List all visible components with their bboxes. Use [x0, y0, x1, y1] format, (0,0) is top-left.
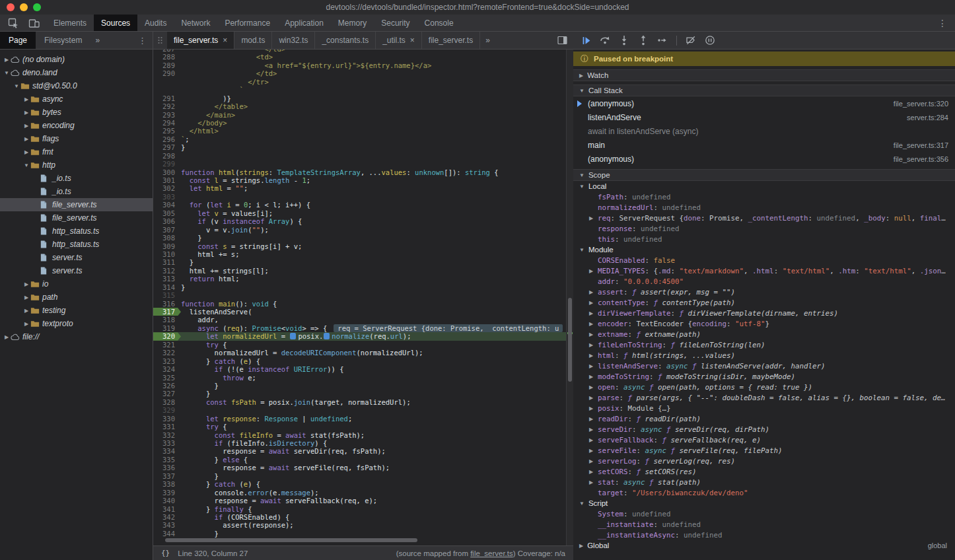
- horizontal-scrollbar[interactable]: [165, 538, 417, 542]
- call-stack-frame[interactable]: (anonymous)file_server.ts:320: [573, 96, 955, 110]
- tree-expanded-arrow[interactable]: ▼: [3, 70, 11, 76]
- code-line[interactable]: 334 response = await serveDir(req, fsPat…: [153, 447, 573, 455]
- chevron-right-icon[interactable]: ▶: [589, 469, 598, 475]
- tree-expanded-arrow[interactable]: ▼: [13, 83, 20, 89]
- line-number[interactable]: 329: [153, 406, 181, 414]
- inspect-icon[interactable]: [8, 18, 19, 28]
- scope-property[interactable]: ▶setCORS: ƒ setCORS(res): [573, 466, 955, 477]
- line-number[interactable]: 296: [153, 135, 181, 143]
- step-out-icon[interactable]: [638, 35, 649, 46]
- code-line[interactable]: `: [153, 86, 573, 94]
- code-line[interactable]: 338 } catch (e) {: [153, 480, 573, 488]
- chevron-right-icon[interactable]: ▶: [589, 479, 598, 485]
- chevron-right-icon[interactable]: ▶: [589, 395, 598, 401]
- call-stack-section-header[interactable]: ▼ Call Stack: [573, 85, 955, 96]
- tree-item-server-ts[interactable]: server.ts: [0, 264, 153, 277]
- breakpoint-line-number[interactable]: 320: [153, 332, 181, 340]
- code-line[interactable]: 325 throw e;: [153, 374, 573, 382]
- tree-collapsed-arrow[interactable]: ▶: [22, 295, 30, 300]
- line-number[interactable]: 336: [153, 464, 181, 472]
- code-line[interactable]: 291 )}: [153, 94, 573, 102]
- code-line[interactable]: 328 const fsPath = posix.join(target, no…: [153, 398, 573, 406]
- code-line[interactable]: 322 normalizedUrl = decodeURIComponent(n…: [153, 349, 573, 357]
- code-line[interactable]: 314}: [153, 283, 573, 291]
- chevron-right-icon[interactable]: ▶: [589, 300, 598, 306]
- tree-item-http-status-ts[interactable]: http_status.ts: [0, 238, 153, 251]
- line-number[interactable]: 294: [153, 119, 181, 127]
- chevron-right-icon[interactable]: ▶: [589, 405, 598, 411]
- code-line[interactable]: 326 }: [153, 382, 573, 390]
- line-number[interactable]: 305: [153, 209, 181, 217]
- code-line[interactable]: 317 listenAndServe(: [153, 308, 573, 316]
- code-line[interactable]: 301 const l = strings.length - 1;: [153, 176, 573, 184]
- code-line[interactable]: 312 html += strings[l];: [153, 267, 573, 275]
- code-line[interactable]: 313 return html;: [153, 275, 573, 283]
- scope-property[interactable]: ▶parse: ƒ parse(args, { "--": doubleDash…: [573, 392, 955, 403]
- line-number[interactable]: 291: [153, 94, 181, 102]
- tab-security[interactable]: Security: [374, 15, 417, 31]
- line-number[interactable]: 290: [153, 69, 181, 77]
- tree-item-textproto[interactable]: ▶textproto: [0, 317, 153, 330]
- code-line[interactable]: 300function html(strings: TemplateString…: [153, 168, 573, 176]
- more-options-icon[interactable]: ⋮: [930, 15, 955, 31]
- vertical-scrollbar[interactable]: [566, 50, 573, 545]
- line-number[interactable]: 298: [153, 152, 181, 160]
- code-line[interactable]: 302 let html = "";: [153, 184, 573, 192]
- scope-property[interactable]: ▶serveFile: async ƒ serveFile(req, fileP…: [573, 445, 955, 456]
- code-line[interactable]: 296`;: [153, 135, 573, 143]
- scope-property[interactable]: ▶contentType: ƒ contentType(path): [573, 297, 955, 308]
- chevron-right-icon[interactable]: ▶: [589, 310, 598, 316]
- code-line[interactable]: 316function main(): void {: [153, 300, 573, 308]
- editor-tab-mod-ts[interactable]: mod.ts: [234, 32, 272, 49]
- line-number[interactable]: 321: [153, 341, 181, 349]
- scope-property[interactable]: ▶dirViewerTemplate: ƒ dirViewerTemplate(…: [573, 308, 955, 318]
- line-number[interactable]: 297: [153, 143, 181, 151]
- tree-item-flags[interactable]: ▶flags: [0, 132, 153, 145]
- code-line[interactable]: 297}: [153, 143, 573, 151]
- tree-collapsed-arrow[interactable]: ▶: [22, 123, 30, 129]
- scope-group-global[interactable]: ▶Globalglobal: [573, 540, 955, 551]
- tree-collapsed-arrow[interactable]: ▶: [22, 149, 30, 155]
- call-stack-frame[interactable]: listenAndServeserver.ts:284: [573, 110, 955, 124]
- scope-section-header[interactable]: ▼ Scope: [573, 169, 955, 181]
- scope-property[interactable]: addr: "0.0.0.0:4500": [573, 276, 955, 287]
- line-number[interactable]: [153, 86, 181, 94]
- code-line[interactable]: 318 addr,: [153, 316, 573, 324]
- scope-property[interactable]: normalizedUrl: undefined: [573, 202, 955, 213]
- code-line[interactable]: 320 let normalizedUrl = posix.normalize(…: [153, 332, 573, 340]
- frame-location-link[interactable]: file_server.ts:356: [894, 155, 948, 163]
- editor-tab-constants-ts[interactable]: _constants.ts: [315, 32, 376, 49]
- scope-property[interactable]: ▶req: ServerRequest {done: Promise, _con…: [573, 213, 955, 223]
- code-line[interactable]: 341 } finally {: [153, 505, 573, 513]
- line-number[interactable]: 289: [153, 61, 181, 69]
- scope-property[interactable]: ▶serveDir: async ƒ serveDir(req, dirPath…: [573, 424, 955, 435]
- tree-item-bytes[interactable]: ▶bytes: [0, 106, 153, 119]
- tree-item-io-ts[interactable]: _io.ts: [0, 185, 153, 198]
- tree-collapsed-arrow[interactable]: ▶: [3, 57, 11, 63]
- step-into-icon[interactable]: [619, 35, 629, 46]
- scope-property[interactable]: ▶modeToString: ƒ modeToString(isDir, may…: [573, 371, 955, 382]
- code-line[interactable]: 311 }: [153, 258, 573, 266]
- scope-property[interactable]: ▶MEDIA_TYPES: {.md: "text/markdown", .ht…: [573, 265, 955, 276]
- step-over-icon[interactable]: [600, 35, 610, 46]
- navigator-menu-icon[interactable]: ⋮: [132, 32, 153, 49]
- device-toolbar-icon[interactable]: [28, 18, 40, 28]
- tab-application[interactable]: Application: [277, 15, 331, 31]
- code-line[interactable]: 343 assert(response);: [153, 521, 573, 529]
- scope-property[interactable]: ▶fileLenToString: ƒ fileLenToString(len): [573, 339, 955, 350]
- chevron-right-icon[interactable]: ▶: [589, 384, 598, 390]
- scope-property[interactable]: ▶posix: Module {…}: [573, 403, 955, 413]
- line-number[interactable]: 310: [153, 250, 181, 258]
- line-number[interactable]: 325: [153, 374, 181, 382]
- tab-audits[interactable]: Audits: [137, 15, 174, 31]
- code-line[interactable]: 327 }: [153, 390, 573, 398]
- line-number[interactable]: 304: [153, 201, 181, 209]
- tree-item-io[interactable]: ▶io: [0, 277, 153, 291]
- scope-property[interactable]: __instantiate: undefined: [573, 519, 955, 530]
- code-line[interactable]: 290 </td>: [153, 69, 573, 77]
- line-number[interactable]: 299: [153, 160, 181, 168]
- code-line[interactable]: 299: [153, 160, 573, 168]
- line-number[interactable]: 334: [153, 447, 181, 455]
- code-line[interactable]: 308 }: [153, 234, 573, 242]
- chevron-right-icon[interactable]: ▶: [589, 353, 598, 359]
